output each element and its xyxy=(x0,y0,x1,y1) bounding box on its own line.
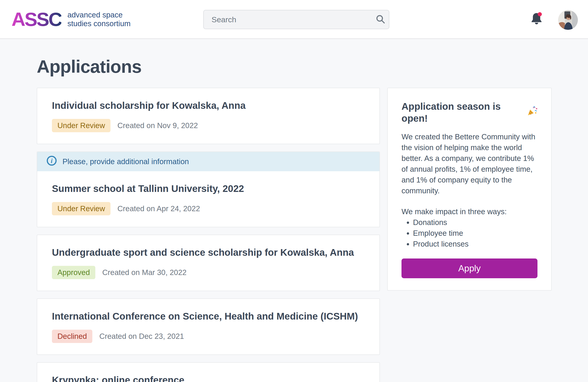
party-popper-icon xyxy=(527,106,537,119)
impact-list: Donations Employee time Product licenses xyxy=(401,217,537,249)
application-title: Summer school at Tallinn University, 202… xyxy=(52,183,365,195)
promo-impact-intro: We make impact in three ways: xyxy=(401,206,537,217)
application-card[interactable]: International Conference on Science, Hea… xyxy=(37,299,380,355)
logo[interactable]: ASSC advanced space studies consortium xyxy=(11,10,131,29)
logo-wordmark-line1: advanced space xyxy=(67,11,123,19)
impact-list-item: Product licenses xyxy=(413,239,537,249)
logo-wordmark: advanced space studies consortium xyxy=(67,11,130,28)
application-title: Undergraduate sport and science scholars… xyxy=(52,246,365,259)
notifications-button[interactable] xyxy=(528,10,545,28)
application-title: International Conference on Science, Hea… xyxy=(52,310,365,322)
created-date: Created on Mar 30, 2022 xyxy=(102,268,187,277)
search-bar xyxy=(203,10,389,29)
status-badge: Approved xyxy=(52,266,95,279)
application-card[interactable]: Individual scholarship for Kowalska, Ann… xyxy=(37,88,380,144)
status-badge: Declined xyxy=(52,330,92,343)
main-content: Applications Individual scholarship for … xyxy=(0,56,588,382)
logo-abbr: ASSC xyxy=(11,10,61,29)
notification-dot xyxy=(538,12,542,16)
application-title: Krypynka: online conference xyxy=(52,374,365,382)
application-card[interactable]: Undergraduate sport and science scholars… xyxy=(37,235,380,291)
impact-list-item: Employee time xyxy=(413,228,537,239)
impact-list-item: Donations xyxy=(413,217,537,228)
info-banner: i Please, provide additional information xyxy=(37,152,379,171)
svg-text:i: i xyxy=(51,157,53,164)
info-banner-text: Please, provide additional information xyxy=(63,157,189,166)
promo-body: We created the Bettere Community with th… xyxy=(401,131,537,196)
search-input[interactable] xyxy=(204,10,372,29)
apply-button[interactable]: Apply xyxy=(401,259,537,278)
promo-title-text: Application season is open! xyxy=(401,101,523,124)
sidebar: Application season is open! We xyxy=(387,88,552,291)
avatar-photo xyxy=(558,10,578,30)
application-card[interactable]: Krypynka: online conference Approved xyxy=(37,362,380,382)
promo-title: Application season is open! xyxy=(401,101,537,124)
application-card[interactable]: i Please, provide additional information… xyxy=(37,152,380,227)
info-icon: i xyxy=(46,155,57,168)
created-date: Created on Apr 24, 2022 xyxy=(117,204,200,213)
search-button[interactable] xyxy=(372,11,389,28)
page-title: Applications xyxy=(37,56,588,77)
created-date: Created on Dec 23, 2021 xyxy=(99,332,184,341)
applications-list: Individual scholarship for Kowalska, Ann… xyxy=(37,88,380,382)
status-badge: Under Review xyxy=(52,119,110,132)
logo-wordmark-line2: studies consortium xyxy=(67,19,130,28)
app-header: ASSC advanced space studies consortium xyxy=(0,0,588,39)
application-title: Individual scholarship for Kowalska, Ann… xyxy=(52,100,365,112)
bell-icon xyxy=(530,12,543,27)
promo-card: Application season is open! We xyxy=(387,88,552,291)
user-avatar[interactable] xyxy=(558,10,578,30)
search-icon xyxy=(375,14,386,25)
created-date: Created on Nov 9, 2022 xyxy=(117,121,198,130)
status-badge: Under Review xyxy=(52,202,110,215)
